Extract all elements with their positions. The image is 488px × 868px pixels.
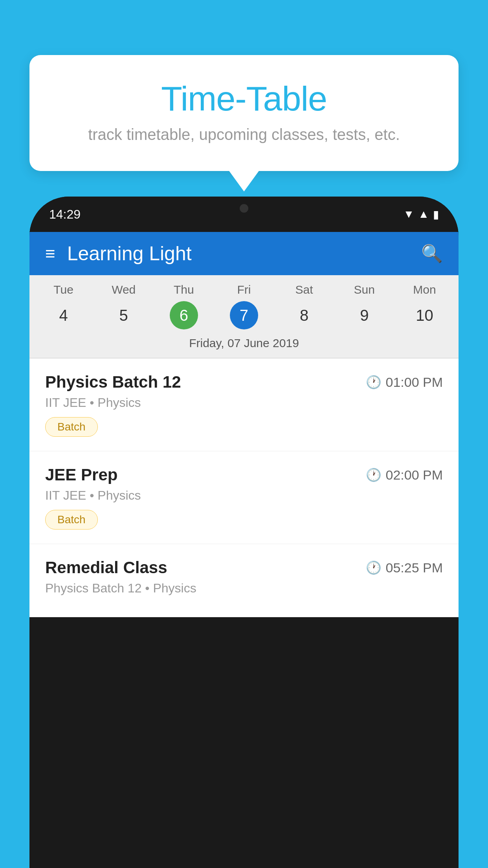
class-meta: IIT JEE • Physics (45, 395, 443, 410)
day-name: Wed (112, 283, 136, 296)
notch (220, 197, 268, 220)
day-number[interactable]: 8 (290, 301, 318, 329)
day-col[interactable]: Wed5 (94, 283, 154, 329)
clock-icon: 🕐 (366, 467, 382, 482)
day-col[interactable]: Thu6 (154, 283, 214, 329)
class-time: 🕐 05:25 PM (366, 560, 443, 576)
hamburger-icon[interactable]: ≡ (45, 244, 55, 263)
wifi-icon: ▼ (404, 208, 415, 221)
class-meta: IIT JEE • Physics (45, 488, 443, 503)
selected-date-label: Friday, 07 June 2019 (29, 329, 459, 358)
day-number[interactable]: 10 (410, 301, 438, 329)
day-name: Mon (413, 283, 436, 296)
day-name: Fri (237, 283, 251, 296)
class-item-top: Physics Batch 12🕐 01:00 PM (45, 373, 443, 392)
app-title: Learning Light (67, 242, 421, 265)
class-name: Remedial Class (45, 558, 167, 577)
day-name: Sun (354, 283, 375, 296)
app-header: ≡ Learning Light 🔍 (29, 232, 459, 275)
class-time: 🕐 01:00 PM (366, 375, 443, 390)
signal-icon: ▲ (418, 208, 429, 221)
day-name: Tue (53, 283, 73, 296)
day-number[interactable]: 5 (110, 301, 138, 329)
tooltip-subtitle: track timetable, upcoming classes, tests… (53, 126, 435, 143)
class-item[interactable]: Physics Batch 12🕐 01:00 PMIIT JEE • Phys… (29, 359, 459, 451)
phone-shell: 14:29 ▼ ▲ ▮ ≡ Learning Light 🔍 Tue4Wed5T… (29, 197, 459, 868)
class-time: 🕐 02:00 PM (366, 467, 443, 483)
class-item-top: Remedial Class🕐 05:25 PM (45, 558, 443, 577)
days-row: Tue4Wed5Thu6Fri7Sat8Sun9Mon10 (29, 275, 459, 329)
status-icons: ▼ ▲ ▮ (404, 208, 439, 221)
day-number[interactable]: 6 (170, 301, 198, 329)
status-bar: 14:29 ▼ ▲ ▮ (29, 197, 459, 232)
day-col[interactable]: Fri7 (214, 283, 274, 329)
day-col[interactable]: Sun9 (334, 283, 394, 329)
class-item[interactable]: Remedial Class🕐 05:25 PMPhysics Batch 12… (29, 544, 459, 617)
class-name: Physics Batch 12 (45, 373, 181, 392)
day-col[interactable]: Tue4 (33, 283, 94, 329)
search-icon[interactable]: 🔍 (421, 243, 443, 264)
batch-tag: Batch (45, 417, 98, 437)
day-number[interactable]: 7 (230, 301, 258, 329)
day-name: Thu (174, 283, 194, 296)
day-name: Sat (295, 283, 313, 296)
day-col[interactable]: Mon10 (394, 283, 455, 329)
battery-icon: ▮ (433, 208, 439, 221)
tooltip-title: Time-Table (53, 79, 435, 119)
class-meta: Physics Batch 12 • Physics (45, 581, 443, 596)
status-time: 14:29 (49, 207, 81, 222)
day-number[interactable]: 4 (50, 301, 78, 329)
day-number[interactable]: 9 (350, 301, 378, 329)
tooltip-card: Time-Table track timetable, upcoming cla… (29, 55, 459, 171)
clock-icon: 🕐 (366, 560, 382, 575)
class-name: JEE Prep (45, 465, 117, 484)
class-item-top: JEE Prep🕐 02:00 PM (45, 465, 443, 484)
camera-dot (240, 204, 248, 213)
class-list: Physics Batch 12🕐 01:00 PMIIT JEE • Phys… (29, 359, 459, 617)
day-col[interactable]: Sat8 (274, 283, 334, 329)
class-item[interactable]: JEE Prep🕐 02:00 PMIIT JEE • PhysicsBatch (29, 451, 459, 544)
clock-icon: 🕐 (366, 375, 382, 390)
batch-tag: Batch (45, 510, 98, 530)
calendar-section: Tue4Wed5Thu6Fri7Sat8Sun9Mon10 Friday, 07… (29, 275, 459, 358)
